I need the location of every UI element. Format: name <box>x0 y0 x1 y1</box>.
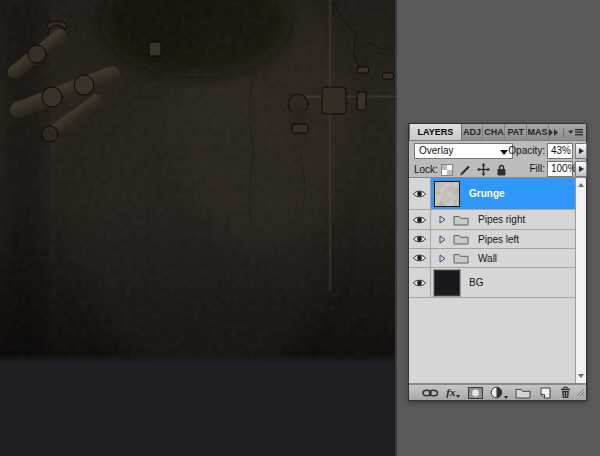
layers-list: Grunge Pipes right <box>409 178 586 384</box>
visibility-toggle[interactable] <box>409 178 431 209</box>
disclosure-triangle-icon[interactable] <box>439 215 446 224</box>
layer-row-bg[interactable]: BG <box>409 268 575 298</box>
eye-icon <box>412 253 427 263</box>
disclosure-triangle-icon[interactable] <box>439 235 446 244</box>
eye-icon <box>412 215 427 225</box>
add-layer-mask-icon[interactable] <box>468 387 483 399</box>
fill-input[interactable]: 100% <box>547 161 573 177</box>
layer-row-grunge[interactable]: Grunge <box>409 178 575 210</box>
blend-opacity-row: Overlay Opacity: 43% <box>409 141 586 161</box>
scrollbar-track[interactable] <box>575 178 586 383</box>
disclosure-triangle-icon[interactable] <box>439 254 446 263</box>
layer-thumbnail[interactable] <box>434 181 460 207</box>
lock-transparency-icon[interactable] <box>441 164 453 176</box>
opacity-slider-button[interactable] <box>575 143 587 159</box>
layer-row-pipes-right[interactable]: Pipes right <box>409 210 575 230</box>
layer-name: Grunge <box>469 188 505 199</box>
slider-arrow-icon <box>579 166 584 172</box>
panel-tab-bar: LAYERS ADJ CHA PAT MAS <box>409 124 586 141</box>
scroll-up-icon <box>578 183 584 187</box>
layer-thumbnail[interactable] <box>434 270 460 296</box>
resize-grip-icon[interactable] <box>576 388 585 399</box>
visibility-toggle[interactable] <box>409 268 431 297</box>
blend-mode-value: Overlay <box>419 145 453 156</box>
scroll-down-button[interactable] <box>576 370 586 382</box>
fx-glyph: fx <box>446 387 455 398</box>
scroll-down-icon <box>578 374 584 378</box>
visibility-toggle[interactable] <box>409 210 431 229</box>
collapse-double-arrow-icon[interactable] <box>549 129 559 136</box>
scroll-up-button[interactable] <box>576 179 586 191</box>
new-group-icon[interactable] <box>515 387 531 399</box>
tab-paths[interactable]: PAT <box>505 124 527 140</box>
delete-layer-icon[interactable] <box>559 386 572 399</box>
layer-name: Wall <box>478 253 497 264</box>
tiny-arrow-icon <box>456 395 460 398</box>
layer-row-pipes-left[interactable]: Pipes left <box>409 230 575 249</box>
layer-name: BG <box>469 277 483 288</box>
panel-menu-icon[interactable] <box>568 128 583 136</box>
opacity-label: Opacity: <box>503 143 545 159</box>
group-folder-icon <box>453 214 469 226</box>
eye-icon <box>412 189 427 199</box>
visibility-toggle[interactable] <box>409 249 431 267</box>
tab-layers[interactable]: LAYERS <box>409 124 462 140</box>
layer-name: Pipes right <box>478 214 525 225</box>
tab-channels[interactable]: CHA <box>483 124 505 140</box>
document-canvas[interactable] <box>0 0 397 456</box>
eye-icon <box>412 234 427 244</box>
canvas-artwork <box>0 0 395 456</box>
tiny-arrow-icon <box>504 396 508 399</box>
opacity-input[interactable]: 43% <box>547 143 573 159</box>
slider-arrow-icon <box>579 148 584 154</box>
fill-slider-button[interactable] <box>575 161 587 177</box>
new-adjustment-layer-icon[interactable] <box>490 386 508 399</box>
link-layers-icon[interactable] <box>422 389 439 397</box>
layers-panel: LAYERS ADJ CHA PAT MAS Overlay Opacity: … <box>408 123 587 401</box>
group-folder-icon <box>453 233 469 245</box>
group-folder-icon <box>453 252 469 264</box>
fill-label: Fill: <box>503 161 545 177</box>
layer-name: Pipes left <box>478 234 519 245</box>
tab-masks[interactable]: MAS <box>527 124 549 140</box>
lock-pixels-icon[interactable] <box>459 164 471 176</box>
visibility-toggle[interactable] <box>409 230 431 248</box>
layer-styles-icon[interactable]: fx <box>446 387 460 398</box>
header-separator <box>563 128 564 137</box>
lock-label: Lock: <box>414 161 438 178</box>
layer-row-wall[interactable]: Wall <box>409 249 575 268</box>
eye-icon <box>412 278 427 288</box>
tab-adjustments[interactable]: ADJ <box>462 124 484 140</box>
new-layer-icon[interactable] <box>539 386 552 399</box>
lock-fill-row: Lock: <box>409 161 586 178</box>
lock-position-icon[interactable] <box>477 163 490 176</box>
panel-bottom-toolbar: fx <box>409 384 586 400</box>
blend-mode-select[interactable]: Overlay <box>414 143 513 159</box>
